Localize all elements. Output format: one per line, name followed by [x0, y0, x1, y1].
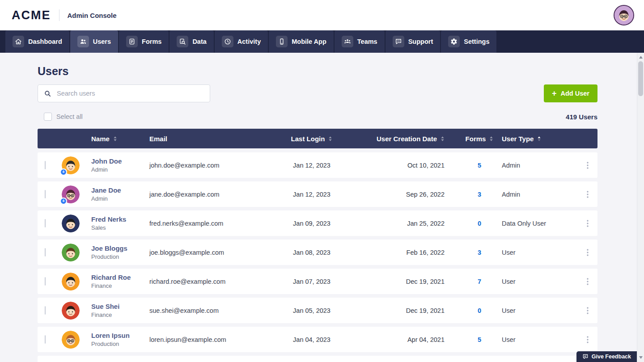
- column-header-user-type[interactable]: User Type: [502, 135, 578, 143]
- add-user-label: Add User: [561, 90, 589, 97]
- kebab-menu-icon[interactable]: [585, 218, 590, 229]
- admin-badge-icon: +: [60, 198, 67, 205]
- user-type: Admin: [502, 191, 578, 198]
- table-row: Richard RoeFinancerichard.roe@example.co…: [38, 269, 597, 294]
- search-icon: [44, 90, 51, 97]
- user-type: Admin: [502, 162, 578, 169]
- sort-icon[interactable]: [113, 136, 117, 142]
- forms-count-link[interactable]: 0: [478, 307, 481, 314]
- toolbar: + Add User: [38, 84, 597, 102]
- row-checkbox[interactable]: [45, 277, 46, 286]
- data-icon: [177, 36, 188, 47]
- scrollbar[interactable]: [637, 53, 644, 362]
- forms-count-link[interactable]: 5: [478, 336, 481, 343]
- feedback-bubble-icon: [582, 354, 589, 360]
- last-login: Jan 04, 2023: [274, 336, 350, 343]
- kebab-menu-icon[interactable]: [585, 160, 590, 171]
- sort-icon[interactable]: [489, 136, 493, 142]
- kebab-menu-icon[interactable]: [585, 189, 590, 200]
- column-header-forms[interactable]: Forms: [457, 135, 502, 143]
- tab-users[interactable]: Users: [70, 30, 118, 53]
- table-row: +Jane DoeAdminjane.doe@example.comJan 12…: [38, 181, 597, 207]
- header-divider: [59, 9, 59, 21]
- give-feedback-button[interactable]: Give Feedback: [576, 351, 637, 362]
- table-row: Fred NerksSalesfred.nerks@example.comJan…: [38, 210, 597, 236]
- scrollbar-up-arrow-icon[interactable]: [637, 54, 644, 60]
- row-checkbox[interactable]: [45, 190, 46, 198]
- creation-date: Feb 16, 2022: [350, 249, 457, 256]
- account-avatar[interactable]: [614, 5, 634, 25]
- creation-date: Dec 19, 2021: [350, 307, 457, 314]
- tab-mobile-app[interactable]: Mobile App: [269, 30, 334, 53]
- select-all[interactable]: Select all: [38, 113, 83, 121]
- user-name: Fred Nerks: [91, 215, 149, 223]
- kebab-menu-icon[interactable]: [585, 305, 590, 316]
- tab-dashboard[interactable]: Dashboard: [5, 30, 69, 53]
- sort-icon[interactable]: [328, 136, 332, 142]
- user-role: Production: [91, 253, 149, 260]
- column-header-user-creation-date[interactable]: User Creation Date: [350, 135, 457, 143]
- select-row: Select all 419 Users: [38, 112, 597, 121]
- column-header-last-login[interactable]: Last Login: [274, 135, 350, 143]
- tab-label: Forms: [142, 38, 161, 45]
- row-checkbox[interactable]: [45, 335, 46, 344]
- kebab-menu-icon[interactable]: [585, 276, 590, 287]
- creation-date: Dec 19, 2021: [350, 278, 457, 285]
- user-email: jane.doe@example.com: [149, 191, 274, 198]
- user-role: Finance: [91, 282, 149, 289]
- last-login: Jan 09, 2023: [274, 220, 350, 227]
- column-header-name[interactable]: Name: [91, 135, 149, 143]
- forms-count-link[interactable]: 3: [478, 249, 481, 256]
- user-avatar: [62, 273, 80, 290]
- tab-activity[interactable]: Activity: [215, 30, 268, 53]
- search-input[interactable]: [56, 89, 204, 97]
- tab-support[interactable]: Support: [386, 30, 441, 53]
- creation-date: Oct 10, 2021: [350, 162, 457, 169]
- user-type: User: [502, 336, 578, 343]
- support-icon: [393, 36, 404, 47]
- user-email: john.doe@example.com: [149, 162, 274, 169]
- column-label: Forms: [466, 135, 486, 143]
- forms-count-link[interactable]: 5: [478, 162, 481, 169]
- creation-date: Sep 26, 2022: [350, 191, 457, 198]
- search-box[interactable]: [38, 84, 210, 102]
- page-content: Users + Add User Select all 419 Users Na…: [38, 65, 597, 362]
- kebab-menu-icon[interactable]: [585, 247, 590, 258]
- row-checkbox[interactable]: [45, 219, 46, 227]
- user-email: joe.bloggs@example.com: [149, 249, 274, 256]
- row-checkbox[interactable]: [45, 306, 46, 315]
- user-role: Admin: [91, 195, 149, 202]
- tab-settings[interactable]: Settings: [441, 30, 496, 53]
- activity-icon: [222, 36, 233, 47]
- user-name: Richard Roe: [91, 274, 149, 281]
- tab-label: Dashboard: [28, 38, 62, 45]
- scrollbar-thumb[interactable]: [638, 61, 643, 96]
- select-all-checkbox[interactable]: [44, 113, 52, 121]
- kebab-menu-icon[interactable]: [585, 334, 590, 345]
- settings-icon: [448, 36, 460, 47]
- creation-date: Apr 04, 2021: [350, 336, 457, 343]
- forms-count-link[interactable]: 0: [478, 220, 481, 227]
- column-label: Email: [149, 135, 167, 143]
- user-role: Production: [91, 341, 149, 347]
- table-header: NameEmailLast LoginUser Creation DateFor…: [38, 129, 597, 148]
- scrollbar-down-arrow-icon[interactable]: [637, 354, 644, 361]
- sort-icon[interactable]: [441, 136, 445, 142]
- tab-forms[interactable]: Forms: [119, 30, 169, 53]
- last-login: Jan 12, 2023: [274, 191, 350, 198]
- row-checkbox[interactable]: [45, 161, 46, 169]
- add-user-button[interactable]: + Add User: [544, 84, 597, 102]
- user-name: John Doe: [91, 157, 149, 165]
- tab-data[interactable]: Data: [169, 30, 213, 53]
- sort-icon[interactable]: [537, 136, 541, 142]
- user-email: sue.shei@example.com: [149, 307, 274, 314]
- last-login: Jan 05, 2023: [274, 307, 350, 314]
- acme-logo: ACME: [12, 8, 51, 22]
- row-checkbox[interactable]: [45, 248, 46, 257]
- teams-icon: [342, 36, 353, 47]
- table-row: Joe BloggsProductionjoe.bloggs@example.c…: [38, 240, 597, 265]
- user-avatar: [62, 331, 80, 349]
- forms-count-link[interactable]: 3: [478, 191, 481, 198]
- forms-count-link[interactable]: 7: [478, 278, 481, 285]
- tab-teams[interactable]: Teams: [335, 30, 385, 53]
